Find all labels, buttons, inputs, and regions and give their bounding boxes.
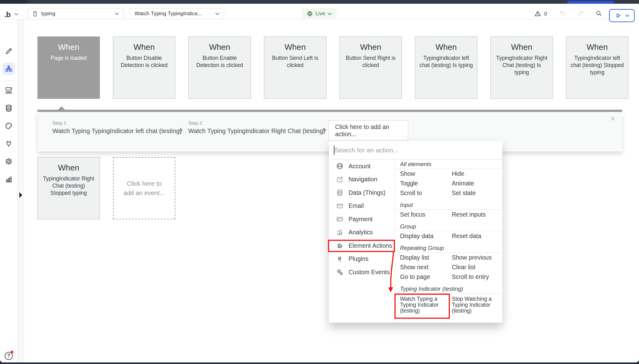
action-item[interactable]: Hide	[447, 169, 502, 179]
action-item[interactable]: Toggle	[395, 179, 447, 188]
sidebar-item-settings[interactable]	[5, 157, 13, 165]
action-item[interactable]: Scroll to entry	[447, 272, 502, 282]
event-card-title: When	[38, 163, 100, 173]
steps-panel-scrollbar[interactable]	[37, 110, 622, 112]
event-card[interactable]: WhenButton Send Left is clicked	[264, 36, 326, 99]
app-window: .b typing Watch Typing TypingIndica... L…	[0, 0, 639, 362]
action-item[interactable]: Display list	[395, 253, 447, 262]
action-item[interactable]: Show	[395, 169, 447, 179]
action-category-account[interactable]: Account	[329, 160, 395, 173]
action-item[interactable]: Reset data	[447, 231, 502, 241]
event-card-title: When	[113, 42, 175, 52]
action-section: Typing Indicator (testing)Watch Typing a…	[395, 284, 502, 318]
issues-warning-icon[interactable]	[534, 10, 541, 17]
page-selector-value: typing	[41, 11, 112, 17]
action-item[interactable]: Stop Watching a Typing Indicator (testin…	[447, 294, 502, 318]
action-section: All elementsShowHideToggleAnimateScroll …	[395, 160, 502, 198]
page-selector-dropdown[interactable]: typing	[27, 8, 124, 19]
workflow-step[interactable]: Step 2Watch Typing TypingIndicator Right…	[188, 120, 325, 135]
action-item[interactable]: Set focus	[395, 210, 447, 219]
event-card[interactable]: When TypingIndicator Right Chat (testing…	[37, 157, 100, 219]
search-icon[interactable]	[595, 10, 602, 17]
event-card[interactable]: WhenButton Enable Detection is clicked	[188, 36, 251, 99]
environment-selector[interactable]: Live	[302, 8, 336, 19]
event-card[interactable]: WhenButton Send Right is clicked	[339, 36, 402, 99]
event-card-body: TypingIndicator left chat (testing) Is t…	[415, 55, 477, 69]
workflow-selector-value: Watch Typing TypingIndica...	[134, 11, 212, 17]
event-card[interactable]: WhenTypingIndicator Right Chat (testing)…	[490, 36, 553, 99]
action-items-grid: Set focusReset inputs	[395, 210, 502, 219]
action-section-header: Input	[395, 200, 502, 210]
sidebar-item-design[interactable]	[5, 47, 13, 55]
sidebar-item-logs[interactable]	[5, 175, 13, 183]
event-card-body: Button Disable Detection is clicked	[113, 55, 175, 69]
data-cylinders-icon	[336, 189, 344, 197]
event-card-body: TypingIndicator Right Chat (testing) Is …	[491, 55, 553, 76]
components-icon	[5, 86, 13, 94]
action-item[interactable]: Clear list	[447, 262, 502, 272]
notification-dot	[11, 351, 13, 353]
workflow-step[interactable]: Step 1Watch Typing TypingIndicator left …	[52, 120, 182, 135]
action-items-grid: Display dataReset data	[395, 231, 502, 241]
action-search-input[interactable]	[329, 141, 502, 159]
category-label: Element Actions	[349, 242, 392, 249]
action-section-header: Group	[395, 222, 502, 231]
action-category-plugins[interactable]: Plugins	[329, 252, 395, 266]
top-dark-strip	[0, 0, 639, 4]
sidebar-item-workflow[interactable]	[2, 63, 15, 75]
left-sidebar: ?	[0, 19, 18, 362]
action-section-header: All elements	[395, 160, 502, 169]
bubble-logo[interactable]: .b	[4, 10, 10, 19]
add-action-button[interactable]: Click here to add an action...	[329, 120, 408, 141]
action-category-element-actions[interactable]: Element Actions	[329, 239, 395, 252]
event-card[interactable]: WhenTypingIndicator left chat (testing) …	[566, 36, 628, 99]
action-item[interactable]: Display data	[395, 231, 447, 241]
sidebar-item-components[interactable]	[5, 86, 13, 94]
action-category-payment[interactable]: Payment	[329, 213, 395, 226]
element-actions-icon	[336, 242, 344, 250]
sidebar-item-data[interactable]	[5, 104, 13, 112]
action-item[interactable]: Scroll to	[395, 188, 447, 198]
action-category-analytics[interactable]: Analytics	[329, 226, 395, 239]
event-card[interactable]: WhenTypingIndicator left chat (testing) …	[415, 36, 477, 99]
preview-run-button[interactable]	[609, 9, 635, 22]
action-item[interactable]: Go to page	[395, 272, 447, 282]
logo-chevron-icon[interactable]	[14, 13, 18, 16]
top-strip-blue-indicator	[567, 1, 614, 4]
redo-icon[interactable]	[577, 10, 584, 17]
action-category-custom-events[interactable]: Custom Events	[329, 266, 395, 279]
action-item[interactable]: Watch Typing a Typing Indicator (testing…	[395, 294, 447, 318]
analytics-icon	[336, 228, 344, 237]
action-item[interactable]: Set state	[447, 188, 502, 198]
toolbar: .b typing Watch Typing TypingIndica... L…	[0, 4, 639, 19]
event-card-title: When	[566, 42, 628, 52]
category-label: Plugins	[349, 255, 368, 262]
action-item[interactable]: Show next	[395, 262, 447, 272]
sidebar-item-styles[interactable]	[5, 122, 13, 130]
panel-expander-arrow-icon[interactable]	[19, 192, 22, 198]
category-label: Navigation	[349, 176, 377, 183]
event-card[interactable]: WhenButton Disable Detection is clicked	[113, 36, 175, 99]
action-category-data-things-[interactable]: Data (Things)	[329, 186, 395, 199]
workflow-selector-dropdown[interactable]: Watch Typing TypingIndica...	[130, 8, 224, 19]
close-icon[interactable]: ✕	[610, 115, 615, 122]
event-card[interactable]: WhenPage is loaded	[37, 36, 100, 99]
top-strip-left-segment	[0, 0, 27, 4]
event-card-body: Page is loaded	[38, 55, 100, 62]
action-item[interactable]: Reset inputs	[447, 210, 502, 219]
text-cursor	[334, 146, 334, 155]
action-item[interactable]: Animate	[447, 179, 502, 188]
event-card-title: When	[189, 42, 251, 52]
plug-icon	[5, 140, 13, 148]
action-items-grid: ShowHideToggleAnimateScroll toSet state	[395, 169, 502, 198]
action-item[interactable]: Show previous	[447, 253, 502, 262]
add-event-button[interactable]: Click here to add an event...	[113, 157, 175, 219]
undo-icon[interactable]	[559, 10, 566, 17]
action-category-navigation[interactable]: Navigation	[329, 173, 395, 186]
environment-label: Live	[315, 11, 325, 17]
action-category-email[interactable]: Email	[329, 199, 395, 213]
category-label: Email	[349, 202, 364, 209]
sidebar-item-plugins[interactable]	[5, 140, 13, 148]
event-card-title: When	[264, 42, 326, 52]
workflow-icon	[5, 65, 13, 73]
